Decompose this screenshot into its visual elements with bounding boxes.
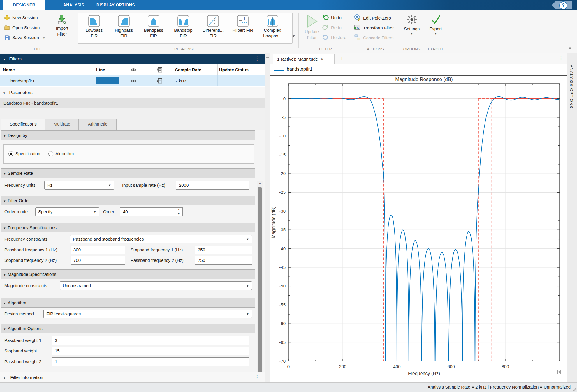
hilbert-fir-button[interactable]: j-j Hilbert FIR — [228, 15, 258, 33]
passband-weight-2-field[interactable]: 1 — [52, 357, 249, 366]
svg-text:-45: -45 — [279, 265, 286, 270]
svg-text:-40: -40 — [279, 246, 286, 251]
visibility-column-eye-icon — [130, 68, 137, 72]
redo-icon — [322, 24, 329, 31]
highpass-fir-icon — [117, 15, 130, 27]
sample-rate-section-header[interactable]: ▾Sample Rate — [1, 168, 255, 178]
edit-pole-zero-button[interactable]: Edit Pole-Zero — [354, 14, 391, 22]
redo-button[interactable]: Redo — [322, 24, 342, 31]
filters-menu-dots[interactable]: ⋮ — [254, 54, 260, 64]
passband-weight-1-field[interactable]: 3 — [52, 336, 249, 345]
svg-text:-30: -30 — [279, 209, 286, 213]
filter-order-section-header[interactable]: ▾Filter Order — [1, 196, 255, 205]
frequency-constraints-dropdown[interactable]: Passband and stopband frequencies▼ — [70, 235, 252, 243]
tab-arithmetic[interactable]: Arithmetic — [79, 119, 117, 130]
tab-analysis[interactable]: ANALYSIS — [57, 0, 90, 10]
differentiator-fir-button[interactable]: Differenti... FIR — [198, 15, 228, 38]
panel-splitter[interactable] — [265, 53, 271, 382]
order-mode-dropdown[interactable]: Specify▼ — [35, 207, 99, 216]
response-gallery-dropdown-arrow[interactable]: ▼ — [292, 34, 295, 38]
cascade-filters-button[interactable]: Cascade Filters — [354, 34, 393, 41]
close-tab-icon[interactable]: × — [321, 56, 323, 61]
restore-button[interactable]: Restore — [322, 34, 346, 41]
radio-unselected-icon — [48, 151, 53, 156]
bandpass-fir-button[interactable]: Bandpass FIR — [139, 15, 168, 38]
cascade-filters-icon — [354, 34, 361, 41]
frequency-specifications-section-header[interactable]: ▾Frequency Specifications — [1, 223, 255, 232]
undo-button[interactable]: Undo — [322, 14, 342, 22]
passband-frequency-1-field[interactable]: 300 — [71, 246, 125, 254]
radio-specification[interactable]: Specification — [8, 150, 40, 157]
parameters-subtitle: Bandstop FIR - bandstopfir1 — [0, 98, 265, 108]
settings-button[interactable]: Settings ▾ — [402, 14, 421, 36]
frequency-units-dropdown[interactable]: Hz▼ — [44, 181, 114, 190]
lowpass-fir-button[interactable]: Lowpass FIR — [79, 15, 109, 38]
magnitude-display-tab[interactable]: 1 (active): Magnitude× — [273, 54, 335, 64]
svg-text:Magnitude Response (dB): Magnitude Response (dB) — [395, 77, 453, 82]
ribbon: New Session Open Session Save Session ▾ … — [0, 10, 577, 53]
collapse-ribbon-button[interactable] — [567, 45, 573, 50]
save-session-button[interactable]: Save Session ▾ — [4, 34, 45, 41]
collapse-analysis-panel-icon[interactable] — [556, 369, 562, 376]
filter-table-row[interactable]: bandstopfir1 2 kHz — [0, 75, 265, 86]
scrollbar-thumb[interactable] — [258, 187, 262, 392]
filter-name: bandstopfir1 — [10, 75, 35, 86]
update-filter-button[interactable]: Update Filter — [302, 14, 321, 40]
input-sample-rate-field[interactable]: 2000 — [176, 181, 249, 190]
save-session-dropdown-arrow[interactable]: ▾ — [43, 36, 45, 40]
open-session-button[interactable]: Open Session — [4, 24, 40, 31]
help-button[interactable]: ? — [559, 1, 567, 10]
complex-lowpass-fir-icon — [266, 15, 279, 27]
new-session-button[interactable]: New Session — [4, 14, 38, 22]
edit-pole-zero-icon — [354, 14, 361, 21]
order-field[interactable]: 40 — [120, 207, 175, 216]
svg-text:0: 0 — [283, 96, 286, 101]
tab-display-options[interactable]: DISPLAY OPTIONS — [91, 0, 140, 10]
resize-grip-icon[interactable] — [572, 387, 576, 391]
visibility-eye-icon[interactable] — [130, 79, 137, 83]
algorithm-section-header[interactable]: ▾Algorithm — [1, 298, 255, 308]
magnitude-response-plot[interactable]: 02004006008000-5-10-15-20-25-30-35-40-45… — [270, 76, 567, 382]
stepper-down-icon[interactable]: ▼ — [175, 212, 182, 216]
analysis-options-strip[interactable]: ANALYSIS OPTIONS — [567, 53, 577, 382]
filter-information-menu-dots[interactable]: ⋮ — [254, 372, 260, 382]
display-panel: 1 (active): Magnitude× + ⋮ bandstopfir1 … — [270, 53, 567, 382]
filter-information-header[interactable]: ▸Filter Information ⋮ — [0, 372, 265, 382]
highpass-fir-button[interactable]: Highpass FIR — [109, 15, 139, 38]
design-by-section-header[interactable]: ▾Design by — [1, 130, 255, 140]
svg-text:600: 600 — [447, 364, 455, 369]
tab-multirate[interactable]: Multirate — [45, 119, 79, 130]
export-button[interactable]: Export ▾ — [426, 14, 445, 36]
tab-specifications[interactable]: Specifications — [1, 119, 45, 130]
parameters-panel-header[interactable]: ▾Parameters ⋮ — [0, 87, 265, 98]
display-menu-dots[interactable]: ⋮ — [558, 55, 564, 61]
annotation-doc-icon[interactable] — [157, 78, 162, 84]
transform-filter-button[interactable]: Transform Filter — [354, 24, 394, 31]
bandstop-fir-button[interactable]: Bandstop FIR — [168, 15, 198, 38]
radio-algorithm[interactable]: Algorithm — [48, 150, 74, 157]
algorithm-options-section-header[interactable]: ▾Algorithm Options — [1, 324, 255, 333]
scroll-up-icon[interactable]: ▲ — [257, 181, 263, 186]
svg-text:-60: -60 — [279, 321, 286, 326]
svg-text:-50: -50 — [279, 283, 286, 288]
magnitude-specifications-section-header[interactable]: ▾Magnitude Specifications — [1, 269, 255, 279]
magnitude-constraints-dropdown[interactable]: Unconstrained▼ — [60, 281, 252, 290]
plus-icon — [4, 15, 10, 21]
design-method-dropdown[interactable]: FIR least-squares▼ — [43, 310, 252, 318]
import-filter-button[interactable]: Import Filter — [53, 14, 71, 37]
differentiator-fir-icon — [207, 15, 219, 27]
add-display-tab-button[interactable]: + — [338, 55, 346, 63]
complex-lowpass-fir-button[interactable]: Complex Lowpas... — [258, 15, 287, 38]
stopband-frequency-2-field[interactable]: 700 — [71, 256, 125, 265]
hilbert-fir-icon: j-j — [236, 15, 249, 27]
stepper-up-icon[interactable]: ▲ — [175, 208, 182, 212]
stopband-weight-field[interactable]: 15 — [52, 347, 249, 355]
parameters-scrollbar[interactable]: ▲ ▼ — [257, 181, 263, 392]
passband-frequency-2-field[interactable]: 750 — [195, 256, 252, 265]
annotation-column-doc-icon — [157, 67, 162, 73]
order-stepper[interactable]: ▲ ▼ — [175, 207, 183, 216]
line-color-swatch[interactable] — [96, 77, 119, 84]
tab-designer[interactable]: DESIGNER — [3, 0, 45, 10]
stopband-frequency-1-field[interactable]: 350 — [195, 246, 252, 254]
filters-panel-header[interactable]: ▾Filters ⋮ — [0, 54, 265, 64]
